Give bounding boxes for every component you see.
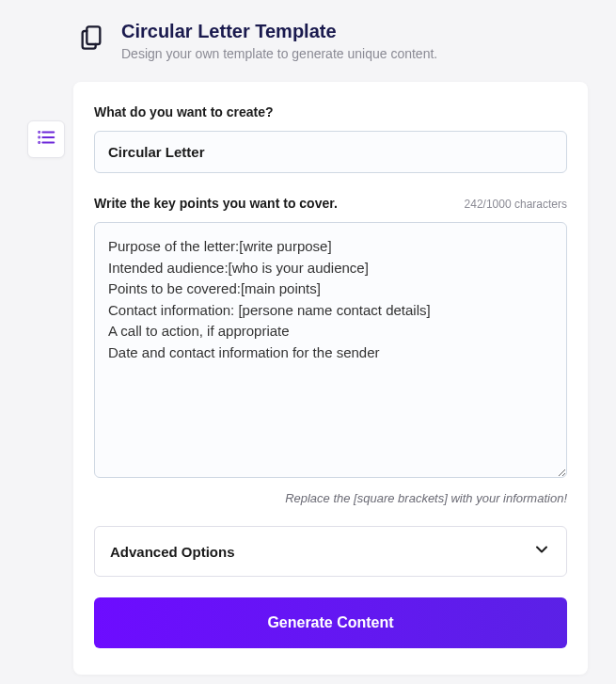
keypoints-label: Write the key points you want to cover.: [94, 196, 338, 211]
char-count: 242/1000 characters: [465, 198, 567, 211]
page-subtitle: Design your own template to generate uni…: [121, 46, 437, 61]
form-card: What do you want to create? Write the ke…: [73, 82, 588, 675]
hint-text: Replace the [square brackets] with your …: [94, 491, 567, 505]
svg-point-5: [39, 137, 39, 138]
svg-point-4: [39, 132, 39, 133]
svg-rect-0: [87, 26, 100, 44]
sidebar-toggle[interactable]: [27, 120, 65, 158]
page-header: Circular Letter Template Design your own…: [0, 0, 616, 72]
advanced-options-label: Advanced Options: [110, 544, 235, 560]
generate-button[interactable]: Generate Content: [94, 597, 567, 648]
page-title: Circular Letter Template: [121, 21, 437, 42]
list-icon: [36, 127, 56, 151]
keypoints-textarea[interactable]: [94, 222, 567, 478]
create-label: What do you want to create?: [94, 104, 567, 119]
svg-point-6: [39, 142, 39, 143]
advanced-options-toggle[interactable]: Advanced Options: [94, 526, 567, 577]
create-input[interactable]: [94, 131, 567, 173]
chevron-down-icon: [532, 540, 551, 563]
copy-icon: [78, 24, 104, 51]
